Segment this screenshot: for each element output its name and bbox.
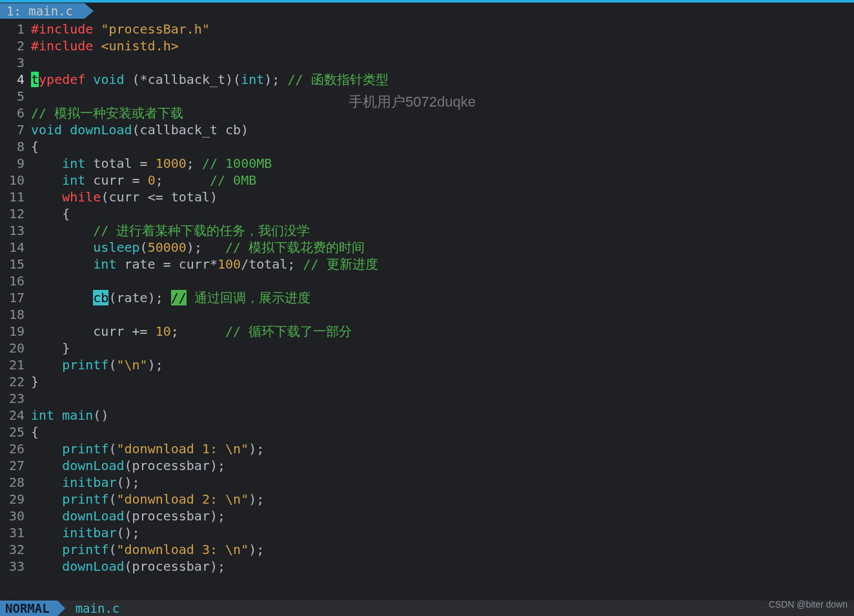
vim-mode-indicator: NORMAL (0, 601, 57, 616)
line-number: 29 (0, 491, 31, 508)
line-number: 4 (0, 71, 31, 88)
code-content: { (31, 205, 70, 222)
code-line[interactable]: 28 initbar(); (0, 474, 854, 491)
line-number: 12 (0, 205, 31, 222)
code-content: printf("donwnload 3: \n"); (31, 541, 264, 558)
line-number: 13 (0, 222, 31, 239)
line-number: 27 (0, 457, 31, 474)
code-content: while(curr <= total) (31, 189, 218, 205)
code-line[interactable]: 13 // 进行着某种下载的任务，我们没学 (0, 222, 854, 239)
code-content: usleep(50000); // 模拟下载花费的时间 (31, 239, 365, 256)
code-line[interactable]: 9 int total = 1000; // 1000MB (0, 155, 854, 172)
buffer-tab[interactable]: 1: main.c (0, 3, 85, 19)
line-number: 10 (0, 172, 31, 189)
code-line[interactable]: 32 printf("donwnload 3: \n"); (0, 541, 854, 558)
code-line[interactable]: 24int main() (0, 407, 854, 424)
status-bar: NORMAL main.c (0, 601, 854, 616)
code-content: // 进行着某种下载的任务，我们没学 (31, 222, 310, 239)
line-number: 22 (0, 373, 31, 390)
line-number: 15 (0, 256, 31, 272)
code-line[interactable]: 19 curr += 10; // 循环下载了一部分 (0, 323, 854, 340)
code-content: int rate = curr*100/total; // 更新进度 (31, 256, 378, 272)
code-content: printf("donwnload 1: \n"); (31, 440, 264, 457)
code-line[interactable]: 3 (0, 54, 854, 71)
line-number: 19 (0, 323, 31, 340)
code-content: downLoad(processbar); (31, 558, 225, 575)
credit-text: CSDN @biter down (769, 596, 848, 613)
line-number: 32 (0, 541, 31, 558)
code-content: downLoad(processbar); (31, 508, 225, 524)
code-line[interactable]: 25{ (0, 424, 854, 440)
code-content: initbar(); (31, 474, 140, 491)
code-line[interactable]: 17 cb(rate); // 通过回调，展示进度 (0, 289, 854, 306)
line-number: 25 (0, 424, 31, 440)
line-number: 28 (0, 474, 31, 491)
code-content: int curr = 0; // 0MB (31, 172, 256, 189)
code-line[interactable]: 1#include "processBar.h" (0, 21, 854, 37)
line-number: 30 (0, 508, 31, 524)
code-content: #include "processBar.h" (31, 21, 210, 37)
line-number: 8 (0, 138, 31, 155)
line-number: 20 (0, 340, 31, 356)
editor-window: 1: main.c 1#include "processBar.h"2#incl… (0, 0, 854, 616)
code-content: downLoad(processbar); (31, 457, 225, 474)
code-content: typedef void (*callback_t)(int); // 函数指针… (31, 71, 389, 88)
code-line[interactable]: 2#include <unistd.h> (0, 37, 854, 54)
line-number: 33 (0, 558, 31, 575)
code-line[interactable]: 18 (0, 306, 854, 323)
code-line[interactable]: 21 printf("\n"); (0, 356, 854, 373)
code-line[interactable]: 16 (0, 272, 854, 289)
code-content: // 模拟一种安装或者下载 (31, 105, 183, 121)
line-number: 31 (0, 524, 31, 541)
code-content: #include <unistd.h> (31, 37, 179, 54)
title-bar-strip (0, 0, 854, 3)
code-line[interactable]: 33 downLoad(processbar); (0, 558, 854, 575)
line-number: 7 (0, 121, 31, 138)
code-line[interactable]: 14 usleep(50000); // 模拟下载花费的时间 (0, 239, 854, 256)
code-line[interactable]: 20 } (0, 340, 854, 356)
code-content: } (31, 340, 70, 356)
line-number: 9 (0, 155, 31, 172)
line-number: 14 (0, 239, 31, 256)
code-content: curr += 10; // 循环下载了一部分 (31, 323, 352, 340)
line-number: 2 (0, 37, 31, 54)
status-file-name: main.c (76, 600, 120, 616)
code-content: initbar(); (31, 524, 140, 541)
code-line[interactable]: 23 (0, 390, 854, 407)
watermark-text: 手机用户5072duqke (349, 94, 476, 110)
code-line[interactable]: 10 int curr = 0; // 0MB (0, 172, 854, 189)
line-number: 26 (0, 440, 31, 457)
code-line[interactable]: 29 printf("donwnload 2: \n"); (0, 491, 854, 508)
code-line[interactable]: 31 initbar(); (0, 524, 854, 541)
line-number: 21 (0, 356, 31, 373)
code-content: { (31, 138, 39, 155)
code-line[interactable]: 11 while(curr <= total) (0, 189, 854, 205)
code-line[interactable]: 15 int rate = curr*100/total; // 更新进度 (0, 256, 854, 272)
code-content: } (31, 373, 39, 390)
line-number: 16 (0, 272, 31, 289)
code-line[interactable]: 4typedef void (*callback_t)(int); // 函数指… (0, 71, 854, 88)
code-content: { (31, 424, 39, 440)
code-line[interactable]: 26 printf("donwnload 1: \n"); (0, 440, 854, 457)
code-content: int main() (31, 407, 108, 424)
code-content: printf("\n"); (31, 356, 163, 373)
code-line[interactable]: 30 downLoad(processbar); (0, 508, 854, 524)
code-line[interactable]: 22} (0, 373, 854, 390)
code-line[interactable]: 8{ (0, 138, 854, 155)
line-number: 18 (0, 306, 31, 323)
code-content: int total = 1000; // 1000MB (31, 155, 272, 172)
line-number: 17 (0, 289, 31, 306)
line-number: 6 (0, 105, 31, 121)
line-number: 11 (0, 189, 31, 205)
line-number: 24 (0, 407, 31, 424)
line-number: 3 (0, 54, 31, 71)
code-content: cb(rate); // 通过回调，展示进度 (31, 289, 310, 306)
code-content: printf("donwnload 2: \n"); (31, 491, 264, 508)
code-line[interactable]: 27 downLoad(processbar); (0, 457, 854, 474)
line-number: 1 (0, 21, 31, 37)
line-number: 5 (0, 88, 31, 105)
code-content: void downLoad(callback_t cb) (31, 121, 249, 138)
line-number: 23 (0, 390, 31, 407)
code-line[interactable]: 12 { (0, 205, 854, 222)
code-line[interactable]: 7void downLoad(callback_t cb) (0, 121, 854, 138)
